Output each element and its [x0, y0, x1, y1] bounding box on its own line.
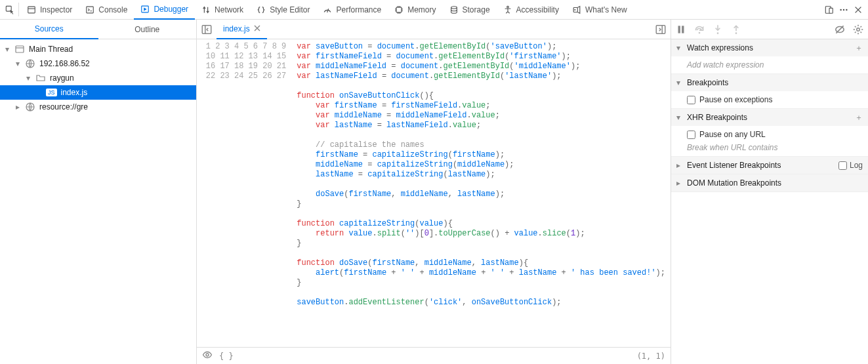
tab-sources[interactable]: Sources — [0, 20, 98, 39]
tab-label: Debugger — [154, 5, 188, 14]
section-xhr-breakpoints[interactable]: ▾ XHR Breakpoints ＋ — [671, 109, 868, 126]
tab-memory[interactable]: Memory — [388, 0, 442, 20]
svg-point-25 — [735, 32, 737, 34]
responsive-mode-button[interactable] — [822, 3, 837, 17]
toggle-left-pane-button[interactable] — [201, 24, 213, 35]
step-in-button[interactable] — [712, 24, 724, 35]
svg-rect-21 — [678, 26, 680, 33]
sources-tree: ▾ Main Thread ▾ 192.168.86.52 ▾ raygun J… — [0, 39, 196, 364]
xhr-url-placeholder[interactable]: Break when URL contains — [687, 143, 778, 152]
console-icon — [85, 5, 94, 14]
section-dom-mutation-breakpoints[interactable]: ▸ DOM Mutation Breakpoints — [671, 174, 868, 192]
tab-label: Accessibility — [516, 5, 559, 14]
editor-tab-index-js[interactable]: index.js — [217, 20, 267, 39]
close-devtools-button[interactable] — [851, 3, 865, 17]
tree-folder-raygun[interactable]: ▾ raygun — [0, 71, 196, 85]
svg-rect-1 — [28, 7, 35, 13]
pretty-print-button[interactable]: { } — [219, 352, 234, 361]
close-tab-button[interactable] — [254, 24, 260, 33]
checkbox-label: Log — [850, 161, 863, 170]
section-watch-expressions[interactable]: ▾ Watch expressions ＋ — [671, 39, 868, 56]
step-over-button[interactable] — [693, 24, 705, 35]
pick-element-button[interactable] — [3, 3, 17, 17]
debugger-icon — [140, 5, 150, 14]
svg-point-4 — [327, 11, 329, 12]
checkbox-label: Pause on exceptions — [699, 95, 772, 104]
tree-resource-gre[interactable]: ▸ resource://gre — [0, 100, 196, 114]
tab-label: What's New — [585, 5, 627, 14]
editor-tab-label: index.js — [223, 24, 250, 33]
svg-rect-5 — [396, 7, 402, 12]
checkbox-input[interactable] — [687, 96, 695, 104]
tab-outline-label: Outline — [134, 25, 159, 34]
cursor-position: (1, 1) — [637, 352, 665, 361]
globe-icon — [25, 58, 35, 69]
performance-icon — [323, 5, 332, 14]
svg-point-23 — [699, 31, 701, 33]
step-out-button[interactable] — [730, 24, 742, 35]
svg-point-6 — [451, 6, 457, 9]
tree-file-index-js[interactable]: JS index.js — [0, 85, 196, 100]
watch-expression-eye-icon[interactable] — [202, 350, 213, 362]
tab-label: Console — [98, 5, 127, 14]
section-event-listener-breakpoints[interactable]: ▸ Event Listener Breakpoints Log — [671, 157, 868, 174]
checkbox-input[interactable] — [687, 131, 695, 139]
add-xhr-breakpoint-button[interactable]: ＋ — [855, 112, 863, 123]
svg-rect-2 — [87, 7, 94, 13]
debugger-sidebar: ▾ Watch expressions ＋ Add watch expressi… — [671, 20, 868, 364]
svg-rect-15 — [16, 46, 24, 52]
debugger-settings-button[interactable] — [852, 24, 864, 35]
chevron-down-icon: ▾ — [676, 78, 683, 87]
editor-panel: index.js 1 2 3 4 5 6 7 8 9 10 11 12 13 1… — [197, 20, 671, 364]
devtools-toolbar: InspectorConsoleDebuggerNetworkStyle Edi… — [0, 0, 868, 20]
svg-point-24 — [717, 32, 719, 34]
tab-outline[interactable]: Outline — [98, 20, 197, 39]
code-content: var saveButton = document.getElementById… — [291, 39, 671, 347]
tab-network[interactable]: Network — [195, 0, 250, 20]
tree-main-thread[interactable]: ▾ Main Thread — [0, 42, 196, 56]
add-watch-button[interactable]: ＋ — [855, 43, 863, 54]
tab-styleeditor[interactable]: Style Editor — [250, 0, 316, 20]
window-icon — [14, 44, 25, 54]
tree-label: resource://gre — [39, 102, 88, 111]
tab-performance[interactable]: Performance — [316, 0, 388, 20]
section-title: DOM Mutation Breakpoints — [687, 178, 781, 188]
tree-label: 192.168.86.52 — [39, 59, 90, 68]
network-icon — [201, 5, 211, 14]
watch-placeholder[interactable]: Add watch expression — [687, 60, 764, 70]
tab-debugger[interactable]: Debugger — [134, 0, 195, 20]
tree-origin[interactable]: ▾ 192.168.86.52 — [0, 56, 196, 71]
svg-point-13 — [843, 9, 844, 10]
chevron-down-icon: ▾ — [676, 113, 683, 122]
checkbox-label: Pause on any URL — [699, 130, 766, 139]
svg-rect-22 — [682, 26, 684, 33]
section-title: XHR Breakpoints — [687, 113, 747, 122]
tab-storage[interactable]: Storage — [443, 0, 497, 20]
tab-label: Style Editor — [270, 5, 310, 14]
svg-point-20 — [206, 354, 209, 356]
pause-on-exceptions-checkbox[interactable]: Pause on exceptions — [687, 95, 863, 104]
memory-icon — [394, 5, 403, 14]
checkbox-input[interactable] — [838, 161, 847, 170]
pause-button[interactable] — [675, 24, 687, 35]
event-log-checkbox[interactable]: Log — [838, 161, 863, 170]
tab-console[interactable]: Console — [79, 0, 134, 20]
disable-breakpoints-button[interactable] — [834, 24, 846, 35]
pause-on-any-url-checkbox[interactable]: Pause on any URL — [687, 130, 863, 139]
toggle-right-pane-button[interactable] — [655, 24, 667, 35]
chevron-right-icon: ▸ — [14, 102, 21, 111]
tab-label: Memory — [407, 5, 436, 14]
tab-accessibility[interactable]: Accessibility — [497, 0, 566, 20]
tree-label: raygun — [50, 73, 74, 83]
section-breakpoints[interactable]: ▾ Breakpoints — [671, 74, 868, 91]
tab-inspector[interactable]: Inspector — [20, 0, 79, 20]
globe-icon — [25, 102, 35, 112]
svg-point-12 — [840, 9, 841, 10]
line-gutter: 1 2 3 4 5 6 7 8 9 10 11 12 13 14 15 16 1… — [197, 39, 291, 347]
kebab-menu-button[interactable] — [837, 3, 851, 17]
accessibility-icon — [503, 5, 512, 14]
chevron-down-icon: ▾ — [25, 73, 31, 83]
svg-point-9 — [574, 9, 575, 10]
tab-whatsnew[interactable]: What's New — [566, 0, 634, 20]
code-editor[interactable]: 1 2 3 4 5 6 7 8 9 10 11 12 13 14 15 16 1… — [197, 39, 671, 347]
